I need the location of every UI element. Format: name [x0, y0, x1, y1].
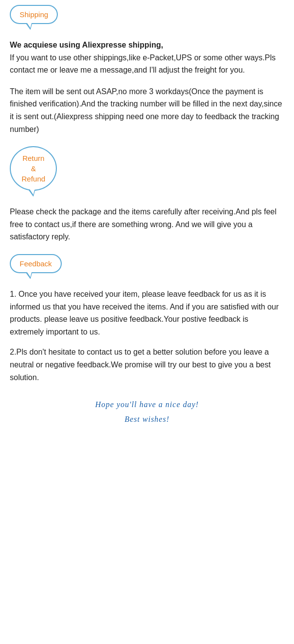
bubble-tail-feedback: [25, 272, 32, 279]
closing-text: Hope you'll have a nice day! Best wishes…: [10, 397, 284, 427]
bubble-tail: [25, 23, 32, 30]
feedback-bubble-label: Feedback: [20, 259, 52, 268]
feedback-section-header: Feedback: [10, 254, 284, 279]
return-bubble: Return&Refund: [10, 146, 57, 191]
shipping-text: We acquiese using Aliexpresse shipping, …: [10, 39, 284, 77]
shipping-bubble-label: Shipping: [20, 10, 48, 19]
return-section-header: Return&Refund: [10, 146, 284, 197]
shipping-bubble: Shipping: [10, 5, 58, 24]
closing-line2: Best wishes!: [124, 415, 170, 423]
shipping-bold: We acquiese using Aliexpresse shipping,: [10, 41, 163, 49]
bubble-tail-return: [28, 190, 35, 197]
return-bubble-label: Return&Refund: [22, 154, 45, 183]
feedback-para1: 1. Once you have received your item, ple…: [10, 288, 284, 338]
feedback-para2: 2.Pls don't hesitate to contact us to ge…: [10, 346, 284, 384]
return-text: Please check the package and the items c…: [10, 206, 284, 243]
closing-line1: Hope you'll have a nice day!: [95, 400, 198, 409]
shipping-para2: The item will be sent out ASAP,no more 3…: [10, 85, 284, 135]
feedback-bubble: Feedback: [10, 254, 62, 273]
shipping-para1: If you want to use other shippings,like …: [10, 53, 275, 75]
shipping-section-header: Shipping: [10, 5, 284, 30]
